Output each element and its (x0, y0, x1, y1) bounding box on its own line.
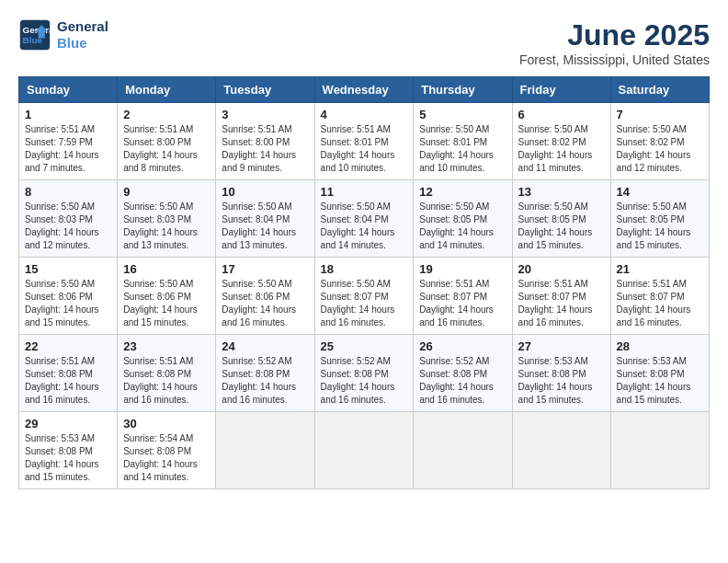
calendar-day-cell: 6 Sunrise: 5:50 AM Sunset: 8:02 PM Dayli… (512, 103, 610, 180)
sunset-label: Sunset: 8:06 PM (123, 292, 191, 302)
sunrise-label: Sunrise: 5:50 AM (617, 124, 687, 134)
sunset-label: Sunset: 8:00 PM (222, 137, 290, 147)
daylight-label: Daylight: 14 hours and 16 minutes. (321, 382, 395, 405)
daylight-label: Daylight: 14 hours and 16 minutes. (617, 304, 691, 327)
sunrise-label: Sunrise: 5:50 AM (123, 279, 193, 289)
daylight-label: Daylight: 14 hours and 10 minutes. (321, 150, 395, 173)
sunset-label: Sunset: 8:02 PM (617, 137, 685, 147)
daylight-label: Daylight: 14 hours and 16 minutes. (419, 382, 494, 405)
sunrise-label: Sunrise: 5:52 AM (321, 356, 391, 366)
sunset-label: Sunset: 8:08 PM (419, 369, 487, 379)
day-content: Sunrise: 5:50 AM Sunset: 8:05 PM Dayligh… (518, 201, 605, 252)
sunrise-label: Sunrise: 5:52 AM (419, 356, 489, 366)
sunrise-label: Sunrise: 5:50 AM (419, 201, 489, 212)
day-number: 25 (321, 339, 408, 353)
calendar-day-cell: 23 Sunrise: 5:51 AM Sunset: 8:08 PM Dayl… (118, 335, 216, 412)
daylight-label: Daylight: 14 hours and 15 minutes. (123, 304, 198, 327)
day-content: Sunrise: 5:53 AM Sunset: 8:08 PM Dayligh… (518, 355, 605, 407)
day-content: Sunrise: 5:50 AM Sunset: 8:06 PM Dayligh… (25, 278, 111, 329)
calendar-day-cell: 28 Sunrise: 5:53 AM Sunset: 8:08 PM Dayl… (610, 335, 709, 412)
weekday-header-row: SundayMondayTuesdayWednesdayThursdayFrid… (19, 77, 710, 103)
calendar-day-cell: 1 Sunrise: 5:51 AM Sunset: 7:59 PM Dayli… (19, 103, 118, 180)
calendar-day-cell: 27 Sunrise: 5:53 AM Sunset: 8:08 PM Dayl… (512, 335, 610, 412)
sunrise-label: Sunrise: 5:50 AM (321, 201, 391, 212)
day-number: 1 (25, 108, 111, 121)
daylight-label: Daylight: 14 hours and 14 minutes. (123, 459, 198, 482)
sunset-label: Sunset: 8:04 PM (321, 214, 389, 224)
sunrise-label: Sunrise: 5:51 AM (123, 124, 193, 134)
sunrise-label: Sunrise: 5:50 AM (25, 201, 95, 212)
sunset-label: Sunset: 8:04 PM (222, 214, 290, 224)
calendar-day-cell: 24 Sunrise: 5:52 AM Sunset: 8:08 PM Dayl… (216, 335, 314, 412)
daylight-label: Daylight: 14 hours and 9 minutes. (222, 150, 296, 173)
day-number: 3 (222, 108, 308, 121)
sunrise-label: Sunrise: 5:50 AM (222, 201, 291, 212)
daylight-label: Daylight: 14 hours and 13 minutes. (123, 227, 198, 250)
day-number: 10 (222, 185, 308, 199)
sunset-label: Sunset: 8:02 PM (518, 137, 586, 147)
sunset-label: Sunset: 8:08 PM (617, 369, 685, 379)
daylight-label: Daylight: 14 hours and 16 minutes. (222, 382, 296, 405)
sunrise-label: Sunrise: 5:50 AM (321, 279, 391, 289)
calendar-week-row: 15 Sunrise: 5:50 AM Sunset: 8:06 PM Dayl… (19, 258, 710, 335)
daylight-label: Daylight: 14 hours and 12 minutes. (617, 150, 691, 173)
day-number: 24 (222, 339, 308, 353)
calendar-day-cell: 30 Sunrise: 5:54 AM Sunset: 8:08 PM Dayl… (118, 412, 216, 489)
day-content: Sunrise: 5:50 AM Sunset: 8:06 PM Dayligh… (222, 278, 308, 329)
day-content: Sunrise: 5:51 AM Sunset: 8:08 PM Dayligh… (123, 355, 210, 407)
day-content: Sunrise: 5:51 AM Sunset: 8:01 PM Dayligh… (321, 123, 408, 175)
day-number: 16 (123, 262, 210, 276)
day-number: 19 (419, 262, 506, 276)
calendar-day-cell (414, 412, 512, 489)
calendar-day-cell: 17 Sunrise: 5:50 AM Sunset: 8:06 PM Dayl… (216, 258, 314, 335)
sunset-label: Sunset: 8:05 PM (617, 214, 685, 224)
sunset-label: Sunset: 8:01 PM (321, 137, 389, 147)
calendar-day-cell: 29 Sunrise: 5:53 AM Sunset: 8:08 PM Dayl… (19, 412, 118, 489)
weekday-header: Monday (118, 77, 216, 103)
day-number: 14 (617, 185, 703, 199)
sunrise-label: Sunrise: 5:50 AM (518, 201, 588, 212)
daylight-label: Daylight: 14 hours and 8 minutes. (123, 150, 198, 173)
day-number: 26 (419, 339, 506, 353)
sunset-label: Sunset: 8:08 PM (25, 369, 93, 379)
day-number: 28 (617, 339, 703, 353)
logo: General Blue General Blue (18, 18, 108, 52)
day-content: Sunrise: 5:51 AM Sunset: 8:00 PM Dayligh… (222, 123, 308, 175)
calendar-day-cell: 8 Sunrise: 5:50 AM Sunset: 8:03 PM Dayli… (19, 180, 118, 258)
sunrise-label: Sunrise: 5:50 AM (617, 201, 687, 212)
calendar-day-cell: 14 Sunrise: 5:50 AM Sunset: 8:05 PM Dayl… (610, 180, 709, 258)
day-number: 9 (123, 185, 210, 199)
day-number: 4 (321, 108, 408, 121)
sunrise-label: Sunrise: 5:51 AM (321, 124, 391, 134)
daylight-label: Daylight: 14 hours and 15 minutes. (617, 382, 691, 405)
calendar-day-cell: 11 Sunrise: 5:50 AM Sunset: 8:04 PM Dayl… (314, 180, 414, 258)
day-content: Sunrise: 5:50 AM Sunset: 8:07 PM Dayligh… (321, 278, 408, 329)
location-title: Forest, Mississippi, United States (519, 52, 710, 67)
day-number: 6 (518, 108, 605, 121)
day-number: 18 (321, 262, 408, 276)
sunset-label: Sunset: 8:07 PM (321, 292, 389, 302)
day-content: Sunrise: 5:50 AM Sunset: 8:03 PM Dayligh… (123, 201, 210, 252)
sunset-label: Sunset: 8:01 PM (419, 137, 487, 147)
sunset-label: Sunset: 8:03 PM (25, 214, 93, 224)
calendar-day-cell: 26 Sunrise: 5:52 AM Sunset: 8:08 PM Dayl… (414, 335, 512, 412)
daylight-label: Daylight: 14 hours and 15 minutes. (25, 304, 99, 327)
weekday-header: Saturday (610, 77, 709, 103)
calendar-day-cell: 16 Sunrise: 5:50 AM Sunset: 8:06 PM Dayl… (118, 258, 216, 335)
calendar-day-cell: 5 Sunrise: 5:50 AM Sunset: 8:01 PM Dayli… (414, 103, 512, 180)
day-number: 8 (25, 185, 111, 199)
day-content: Sunrise: 5:54 AM Sunset: 8:08 PM Dayligh… (123, 432, 210, 484)
calendar-day-cell: 18 Sunrise: 5:50 AM Sunset: 8:07 PM Dayl… (314, 258, 414, 335)
sunrise-label: Sunrise: 5:53 AM (25, 433, 95, 443)
day-number: 5 (419, 108, 506, 121)
header: General Blue General Blue June 2025 Fore… (18, 18, 710, 67)
sunrise-label: Sunrise: 5:50 AM (123, 201, 193, 212)
logo-line1: General (57, 18, 108, 35)
day-number: 11 (321, 185, 408, 199)
sunrise-label: Sunrise: 5:52 AM (222, 356, 291, 366)
daylight-label: Daylight: 14 hours and 7 minutes. (25, 150, 99, 173)
day-content: Sunrise: 5:50 AM Sunset: 8:02 PM Dayligh… (617, 123, 703, 175)
sunset-label: Sunset: 8:03 PM (123, 214, 191, 224)
sunrise-label: Sunrise: 5:50 AM (419, 124, 489, 134)
daylight-label: Daylight: 14 hours and 14 minutes. (419, 227, 494, 250)
